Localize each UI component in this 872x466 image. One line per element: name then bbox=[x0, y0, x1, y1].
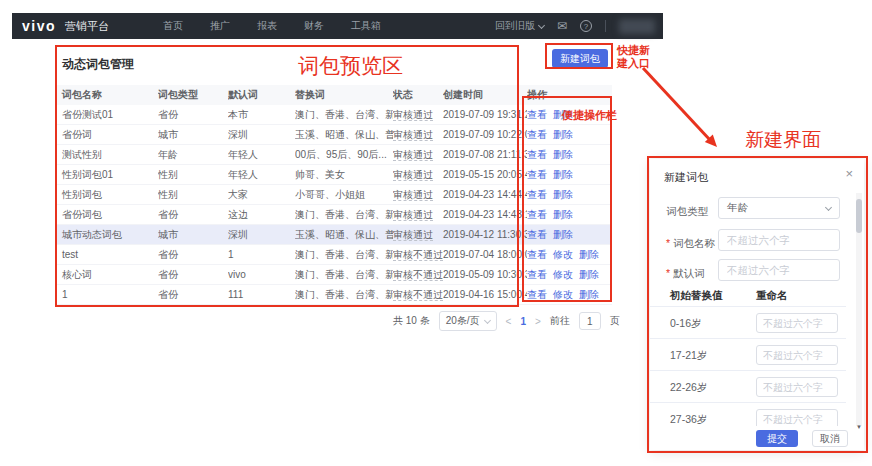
default-word-cell: 深圳 bbox=[228, 228, 295, 242]
page-size-select[interactable]: 20条/页 bbox=[439, 311, 497, 331]
delete-link[interactable]: 删除 bbox=[553, 129, 573, 140]
table-row[interactable]: 性别词包01性别年轻人帅哥、美女审核通过2019-05-15 20:05:42查… bbox=[57, 165, 612, 185]
wordpack-type-select[interactable]: 年龄 bbox=[718, 197, 840, 219]
rename-input[interactable] bbox=[757, 314, 837, 332]
view-link[interactable]: 查看 bbox=[527, 189, 547, 200]
back-to-old-version[interactable]: 回到旧版 bbox=[495, 19, 544, 33]
delete-link[interactable]: 删除 bbox=[553, 169, 573, 180]
wordpack-type-label: 词包类型 bbox=[666, 205, 708, 219]
status-cell: 审核不通过 bbox=[393, 288, 443, 302]
replace-value-row: 0-16岁 bbox=[650, 307, 846, 339]
table-row[interactable]: 省份词包省份这边澳门、香港、台湾、新疆..审核通过2019-04-23 14:4… bbox=[57, 205, 612, 225]
edit-link[interactable]: 修改 bbox=[553, 269, 573, 280]
wordpack-name-cell: 省份词 bbox=[57, 128, 158, 142]
replace-words-cell: 澳门、香港、台湾、新疆.. bbox=[295, 208, 393, 222]
replace-words-cell: 澳门、香港、台湾、新疆.. bbox=[295, 268, 393, 282]
view-link[interactable]: 查看 bbox=[527, 169, 547, 180]
replace-words-cell: 帅哥、美女 bbox=[295, 168, 393, 182]
default-word-cell: vivo bbox=[228, 269, 295, 280]
edit-link[interactable]: 修改 bbox=[553, 289, 573, 300]
goto-label: 前往 bbox=[550, 314, 570, 328]
wordpack-name-input[interactable] bbox=[719, 230, 839, 250]
table-row[interactable]: test省份1澳门、香港、台湾、新疆..审核不通过2019-07-04 18:0… bbox=[57, 245, 612, 265]
quick-entry-line1: 快捷新 bbox=[617, 44, 650, 57]
view-link[interactable]: 查看 bbox=[527, 129, 547, 140]
table-row[interactable]: 1省份111澳门、香港、台湾、新疆..审核不通过2019-04-16 15:00… bbox=[57, 285, 612, 305]
nav-menu-item[interactable]: 报表 bbox=[257, 19, 277, 33]
cancel-button[interactable]: 取消 bbox=[812, 430, 848, 447]
wordpack-type-cell: 城市 bbox=[158, 128, 228, 142]
actions-cell: 查看删除 bbox=[527, 128, 612, 142]
wordpack-name-cell: 性别词包 bbox=[57, 188, 158, 202]
view-link[interactable]: 查看 bbox=[527, 289, 547, 300]
annotation-arrow bbox=[620, 58, 730, 158]
view-link[interactable]: 查看 bbox=[527, 229, 547, 240]
wordpack-type-value: 年龄 bbox=[727, 201, 748, 215]
wordpack-type-cell: 省份 bbox=[158, 248, 228, 262]
wordpack-name-cell: 省份测试01 bbox=[57, 108, 158, 122]
status-cell: 审核通过 bbox=[393, 188, 443, 202]
view-link[interactable]: 查看 bbox=[527, 149, 547, 160]
wordpack-name-cell: 1 bbox=[57, 289, 158, 300]
rename-field-wrap bbox=[756, 313, 838, 333]
help-icon[interactable]: ? bbox=[580, 20, 592, 32]
replace-table-header: 初始替换值 重命名 bbox=[650, 285, 846, 307]
next-page-button[interactable]: > bbox=[535, 316, 541, 327]
table-row[interactable]: 测试性别年龄年轻人00后、95后、90后...审核通过2019-07-08 21… bbox=[57, 145, 612, 165]
initial-value-column-header: 初始替换值 bbox=[670, 289, 723, 303]
delete-link[interactable]: 删除 bbox=[553, 209, 573, 220]
table-row[interactable]: 城市动态词包城市深圳玉溪、昭通、保山、普洱..审核通过2019-04-12 11… bbox=[57, 225, 612, 245]
user-account-blurred[interactable] bbox=[619, 19, 655, 34]
new-wordpack-button[interactable]: 新建词包 bbox=[552, 49, 608, 68]
delete-link[interactable]: 删除 bbox=[579, 269, 599, 280]
delete-link[interactable]: 删除 bbox=[553, 229, 573, 240]
mail-icon[interactable]: ✉ bbox=[557, 19, 567, 33]
nav-menu-item[interactable]: 工具箱 bbox=[351, 19, 381, 33]
nav-menu-item[interactable]: 财务 bbox=[304, 19, 324, 33]
replace-words-cell: 玉溪、昭通、保山、普洱.. bbox=[295, 228, 393, 242]
view-link[interactable]: 查看 bbox=[527, 269, 547, 280]
new-wordpack-modal: 新建词包 × 词包类型 年龄 词包名称 默认词 初始替换值 重命名 0-16岁1… bbox=[650, 159, 864, 450]
modal-scrollbar-thumb[interactable] bbox=[856, 199, 862, 233]
view-link[interactable]: 查看 bbox=[527, 109, 547, 120]
rename-input[interactable] bbox=[757, 378, 837, 396]
edit-link[interactable]: 修改 bbox=[553, 249, 573, 260]
rename-field-wrap bbox=[756, 345, 838, 365]
goto-page-input[interactable] bbox=[579, 312, 601, 330]
view-link[interactable]: 查看 bbox=[527, 249, 547, 260]
delete-link[interactable]: 删除 bbox=[579, 289, 599, 300]
table-row[interactable]: 核心词省份vivo澳门、香港、台湾、新疆..审核不通过2019-05-09 10… bbox=[57, 265, 612, 285]
delete-link[interactable]: 删除 bbox=[553, 189, 573, 200]
wordpack-type-cell: 性别 bbox=[158, 168, 228, 182]
current-page[interactable]: 1 bbox=[520, 316, 526, 327]
created-time-cell: 2019-04-16 15:00:44 bbox=[443, 289, 527, 300]
wordpack-name-label: 词包名称 bbox=[666, 237, 715, 251]
default-word-input[interactable] bbox=[719, 260, 839, 280]
actions-cell: 查看删除 bbox=[527, 168, 612, 182]
nav-menu-item[interactable]: 首页 bbox=[163, 19, 183, 33]
modal-title: 新建词包 bbox=[664, 170, 708, 185]
created-time-cell: 2019-05-09 10:30:31 bbox=[443, 269, 527, 280]
created-time-cell: 2019-07-04 18:00:03 bbox=[443, 249, 527, 260]
default-word-label: 默认词 bbox=[666, 267, 705, 281]
table-row[interactable]: 省份测试01省份本市澳门、香港、台湾、新疆..审核通过2019-07-09 19… bbox=[57, 105, 612, 125]
delete-link[interactable]: 删除 bbox=[553, 109, 573, 120]
table-row[interactable]: 性别词包性别大家小哥哥、小姐姐审核通过2019-04-23 14:44:42查看… bbox=[57, 185, 612, 205]
close-icon[interactable]: × bbox=[845, 166, 853, 181]
delete-link[interactable]: 删除 bbox=[579, 249, 599, 260]
pagination: 共 10 条 20条/页 < 1 > 前往 页 bbox=[393, 311, 620, 331]
replace-words-cell: 小哥哥、小姐姐 bbox=[295, 188, 393, 202]
default-word-cell: 111 bbox=[228, 289, 295, 300]
nav-menu-item[interactable]: 推广 bbox=[210, 19, 230, 33]
rename-input[interactable] bbox=[757, 346, 837, 364]
wordpack-type-cell: 年龄 bbox=[158, 148, 228, 162]
prev-page-button[interactable]: < bbox=[506, 316, 512, 327]
delete-link[interactable]: 删除 bbox=[553, 149, 573, 160]
rename-field-wrap bbox=[756, 377, 838, 397]
table-row[interactable]: 省份词城市深圳玉溪、昭通、保山、普洱..审核通过2019-07-09 10:22… bbox=[57, 125, 612, 145]
view-link[interactable]: 查看 bbox=[527, 209, 547, 220]
status-cell: 审核通过 bbox=[393, 148, 443, 162]
scrollbar-down-arrow[interactable]: ▼ bbox=[856, 424, 862, 430]
actions-cell: 查看删除 bbox=[527, 108, 612, 122]
submit-button[interactable]: 提交 bbox=[756, 430, 798, 447]
